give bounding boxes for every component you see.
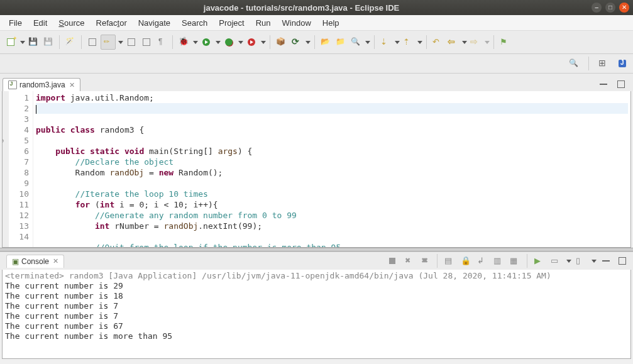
folder-open-icon <box>321 37 331 47</box>
search-icon <box>351 37 361 47</box>
clear-console-button[interactable]: ▤ <box>443 254 456 268</box>
remove-all-button[interactable] <box>418 254 432 268</box>
open-folder-button[interactable] <box>319 35 333 49</box>
window-titlebar: javacode - tutorials/src/random3.java - … <box>0 0 633 15</box>
whitespace-button[interactable] <box>155 35 168 49</box>
menu-window[interactable]: Window <box>277 17 316 29</box>
close-tab-icon[interactable]: ✕ <box>52 257 58 265</box>
menu-edit[interactable]: Edit <box>28 17 52 29</box>
menu-file[interactable]: File <box>4 17 27 29</box>
java-perspective-button[interactable] <box>615 57 629 70</box>
menu-navigate[interactable]: Navigate <box>133 17 175 29</box>
menu-project[interactable]: Project <box>214 17 249 29</box>
block-icon <box>141 37 151 47</box>
pin-console-button[interactable]: ▦ <box>508 254 522 268</box>
chevron-down-icon[interactable] <box>566 260 571 263</box>
window-close-button[interactable]: ✕ <box>619 3 629 13</box>
last-edit-button[interactable]: ↶ <box>431 35 444 49</box>
menu-refactor[interactable]: Refactor <box>91 17 132 29</box>
folder-button[interactable] <box>334 35 348 49</box>
console-output[interactable]: <terminated> random3 [Java Application] … <box>2 270 631 359</box>
scroll-lock-button[interactable]: 🔒 <box>459 254 473 268</box>
display-selected-button[interactable]: ▶ <box>532 254 546 268</box>
console-line: The current number is 29 <box>5 281 628 291</box>
chevron-down-icon[interactable] <box>305 41 311 44</box>
chevron-down-icon[interactable] <box>193 41 198 44</box>
tab-console[interactable]: ▣ Console ✕ <box>6 255 64 268</box>
open-console-button[interactable]: ▭ <box>549 254 563 268</box>
new-package-button[interactable] <box>274 35 288 49</box>
remove-launch-button[interactable] <box>402 254 416 268</box>
run-last-button[interactable] <box>245 35 258 49</box>
quick-access-button[interactable] <box>567 57 581 70</box>
search-icon <box>569 58 579 69</box>
wand-button[interactable] <box>63 35 77 49</box>
terminate-button[interactable] <box>385 254 399 268</box>
box-icon <box>87 37 97 47</box>
menu-help[interactable]: Help <box>317 17 344 29</box>
search-tool-button[interactable] <box>349 35 363 49</box>
save-all-button[interactable] <box>41 35 55 49</box>
prev-annotation-button[interactable]: ⇡ <box>401 35 415 49</box>
forward-button[interactable] <box>468 35 482 49</box>
word-wrap-button[interactable]: ↲ <box>475 254 489 268</box>
separator <box>437 254 438 268</box>
code-content[interactable]: import java.util.Random; public class ra… <box>33 91 630 247</box>
annotation-button[interactable] <box>124 35 138 49</box>
tab-random3[interactable]: random3.java ✕ <box>3 78 80 91</box>
pin-button[interactable]: ⚑ <box>498 35 512 49</box>
class-icon <box>291 37 301 47</box>
console-maximize-button[interactable] <box>615 254 629 268</box>
console-line: The current number is 7 <box>5 301 628 311</box>
debug-button[interactable] <box>177 35 190 49</box>
clear-icon: ▤ <box>444 256 454 266</box>
editor-minimize-button[interactable] <box>597 77 610 91</box>
new-console-button[interactable]: ▯ <box>574 254 588 268</box>
menu-search[interactable]: Search <box>177 17 212 29</box>
separator <box>172 35 173 49</box>
open-type-button[interactable] <box>85 35 99 49</box>
console-minimize-button[interactable] <box>599 254 613 268</box>
chevron-down-icon[interactable] <box>20 41 25 44</box>
editor-maximize-button[interactable] <box>614 77 628 91</box>
console-line: The current number is more than 95 <box>5 331 628 341</box>
back-button[interactable] <box>446 35 460 49</box>
window-maximize-button[interactable]: □ <box>605 3 615 13</box>
window-title: javacode - tutorials/src/random3.java - … <box>15 3 588 13</box>
menu-run[interactable]: Run <box>251 17 276 29</box>
chevron-down-icon[interactable] <box>417 41 422 44</box>
highlight-button[interactable] <box>101 35 116 50</box>
run-button[interactable] <box>199 35 213 49</box>
console-icon: ▣ <box>12 257 19 266</box>
code-editor[interactable]: 1234 5678 9101112 1314 import java.util.… <box>2 91 631 248</box>
new-class-button[interactable] <box>289 35 303 49</box>
window-minimize-button[interactable]: ‒ <box>592 3 602 13</box>
close-tab-icon[interactable]: ✕ <box>68 81 75 89</box>
java-file-icon <box>8 80 17 89</box>
minimize-icon <box>601 256 611 266</box>
new-button[interactable] <box>4 35 18 49</box>
chevron-down-icon[interactable] <box>365 41 370 44</box>
forward-icon <box>470 37 480 47</box>
perspective-icon <box>598 58 608 69</box>
chevron-down-icon[interactable] <box>462 41 467 44</box>
chevron-down-icon[interactable] <box>395 41 400 44</box>
show-icon: ▥ <box>493 256 504 266</box>
coverage-button[interactable] <box>222 35 236 49</box>
open-perspective-button[interactable] <box>597 57 610 70</box>
chevron-down-icon[interactable] <box>216 41 221 44</box>
chevron-down-icon[interactable] <box>592 260 597 263</box>
next-annotation-button[interactable]: ⇣ <box>378 35 392 49</box>
next-icon: ⇣ <box>380 37 390 47</box>
menu-source[interactable]: Source <box>53 17 89 29</box>
chevron-down-icon[interactable] <box>238 41 243 44</box>
save-button[interactable] <box>26 35 40 49</box>
last-edit-icon: ↶ <box>432 37 443 47</box>
block-button[interactable] <box>140 35 153 49</box>
show-console-button[interactable]: ▥ <box>492 254 505 268</box>
chevron-down-icon[interactable] <box>485 41 490 44</box>
chevron-down-icon[interactable] <box>118 41 123 44</box>
prev-icon: ⇡ <box>403 37 413 47</box>
separator <box>314 35 315 49</box>
chevron-down-icon[interactable] <box>261 41 266 44</box>
